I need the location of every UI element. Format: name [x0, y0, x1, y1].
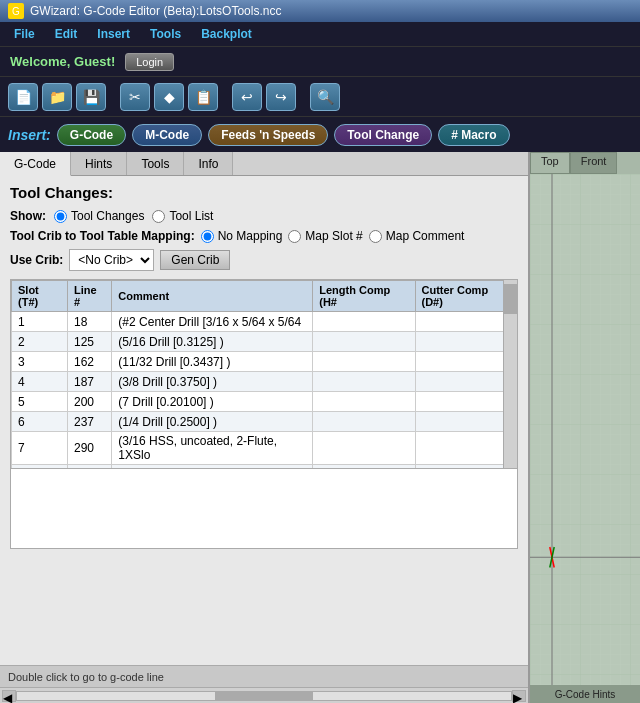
cell-comment: (1/2 Carbide, uncoated, 3-Flute, Alu: [112, 465, 313, 470]
content-area: Tool Changes: Show: Tool Changes Tool Li…: [0, 176, 528, 665]
cell-line: 187: [67, 372, 111, 392]
cell-cutter: [415, 372, 517, 392]
col-cutter: Cutter Comp (D#): [415, 281, 517, 312]
cell-length: [313, 465, 415, 470]
insert-gcode-button[interactable]: G-Code: [57, 124, 126, 146]
cut-button[interactable]: ✂: [120, 83, 150, 111]
show-tool-list-label: Tool List: [169, 209, 213, 223]
open-file-button[interactable]: 📁: [42, 83, 72, 111]
table-wrapper: Slot (T#) Line # Comment Length Comp (H#…: [10, 279, 518, 549]
col-length: Length Comp (H#: [313, 281, 415, 312]
paste-button[interactable]: 📋: [188, 83, 218, 111]
cell-length: [313, 332, 415, 352]
cell-slot: 3: [12, 352, 68, 372]
mapping-row: Tool Crib to Tool Table Mapping: No Mapp…: [10, 229, 518, 243]
cell-slot: 7: [12, 432, 68, 465]
cell-line: 349: [67, 465, 111, 470]
status-text: Double click to go to g-code line: [8, 671, 164, 683]
table-row[interactable]: 4 187 (3/8 Drill [0.3750] ): [12, 372, 517, 392]
cell-cutter: [415, 465, 517, 470]
scrollbar-thumb: [504, 284, 517, 314]
col-line: Line #: [67, 281, 111, 312]
grid-svg: [530, 174, 640, 685]
tab-info[interactable]: Info: [184, 152, 233, 175]
table-container[interactable]: Slot (T#) Line # Comment Length Comp (H#…: [10, 279, 518, 469]
show-tool-list-option[interactable]: Tool List: [152, 209, 213, 223]
table-row[interactable]: 5 200 (7 Drill [0.20100] ): [12, 392, 517, 412]
scroll-left-btn[interactable]: ◀: [2, 690, 16, 702]
menu-backplot[interactable]: Backplot: [191, 25, 262, 43]
menu-tools[interactable]: Tools: [140, 25, 191, 43]
app-icon: G: [8, 3, 24, 19]
tab-bar: G-Code Hints Tools Info: [0, 152, 528, 176]
login-button[interactable]: Login: [125, 53, 174, 71]
cell-line: 237: [67, 412, 111, 432]
map-slot-option[interactable]: Map Slot #: [288, 229, 362, 243]
right-panel: Top Front: [530, 152, 640, 703]
scroll-right-btn[interactable]: ▶: [512, 690, 526, 702]
main-area: G-Code Hints Tools Info Tool Changes: Sh…: [0, 152, 640, 703]
insert-macro-button[interactable]: # Macro: [438, 124, 509, 146]
insert-feeds-button[interactable]: Feeds 'n Speeds: [208, 124, 328, 146]
menu-edit[interactable]: Edit: [45, 25, 88, 43]
tab-hints[interactable]: Hints: [71, 152, 127, 175]
gen-crib-button[interactable]: Gen Crib: [160, 250, 230, 270]
right-bottom-label: G-Code Hints: [530, 685, 640, 703]
right-tab-front[interactable]: Front: [570, 152, 618, 174]
welcome-text: Welcome, Guest!: [10, 54, 115, 69]
cell-slot: 5: [12, 392, 68, 412]
map-comment-option[interactable]: Map Comment: [369, 229, 465, 243]
show-tool-changes-label: Tool Changes: [71, 209, 144, 223]
cell-length: [313, 372, 415, 392]
table-row[interactable]: 2 125 (5/16 Drill [0.3125] ): [12, 332, 517, 352]
cell-comment: (11/32 Drill [0.3437] ): [112, 352, 313, 372]
table-row[interactable]: 1 18 (#2 Center Drill [3/16 x 5/64 x 5/6…: [12, 312, 517, 332]
cell-slot: 6: [12, 412, 68, 432]
cell-line: 162: [67, 352, 111, 372]
search-button[interactable]: 🔍: [310, 83, 340, 111]
new-file-button[interactable]: 📄: [8, 83, 38, 111]
cell-comment: (1/4 Drill [0.2500] ): [112, 412, 313, 432]
col-comment: Comment: [112, 281, 313, 312]
right-tabs: Top Front: [530, 152, 640, 174]
copy-button[interactable]: ◆: [154, 83, 184, 111]
table-row[interactable]: 3 162 (11/32 Drill [0.3437] ): [12, 352, 517, 372]
table-row[interactable]: 6 237 (1/4 Drill [0.2500] ): [12, 412, 517, 432]
insert-toolchange-button[interactable]: Tool Change: [334, 124, 432, 146]
insert-mcode-button[interactable]: M-Code: [132, 124, 202, 146]
crib-select[interactable]: <No Crib>: [69, 249, 154, 271]
app-title: GWizard: G-Code Editor (Beta):LotsOTools…: [30, 4, 281, 18]
mapping-label: Tool Crib to Tool Table Mapping:: [10, 229, 195, 243]
empty-rows: [10, 469, 518, 549]
no-mapping-option[interactable]: No Mapping: [201, 229, 283, 243]
menu-insert[interactable]: Insert: [87, 25, 140, 43]
h-scrollbar[interactable]: ◀ ▶: [0, 687, 528, 703]
section-title: Tool Changes:: [10, 184, 518, 201]
redo-button[interactable]: ↪: [266, 83, 296, 111]
right-tab-top[interactable]: Top: [530, 152, 570, 174]
tab-tools[interactable]: Tools: [127, 152, 184, 175]
cell-comment: (3/8 Drill [0.3750] ): [112, 372, 313, 392]
cell-length: [313, 312, 415, 332]
cell-cutter: [415, 412, 517, 432]
tool-changes-table: Slot (T#) Line # Comment Length Comp (H#…: [11, 280, 517, 469]
menu-file[interactable]: File: [4, 25, 45, 43]
toolbar: 📄 📁 💾 ✂ ◆ 📋 ↩ ↪ 🔍: [0, 76, 640, 116]
left-panel: G-Code Hints Tools Info Tool Changes: Sh…: [0, 152, 530, 703]
insert-label: Insert:: [8, 127, 51, 143]
cell-comment: (5/16 Drill [0.3125] ): [112, 332, 313, 352]
h-scrollbar-track[interactable]: [16, 691, 512, 701]
cell-cutter: [415, 392, 517, 412]
table-row[interactable]: 7 290 (3/16 HSS, uncoated, 2-Flute, 1XSl…: [12, 432, 517, 465]
table-row[interactable]: 8 349 (1/2 Carbide, uncoated, 3-Flute, A…: [12, 465, 517, 470]
cell-slot: 2: [12, 332, 68, 352]
status-bar: Double click to go to g-code line: [0, 665, 528, 687]
tab-gcode[interactable]: G-Code: [0, 152, 71, 176]
show-tool-changes-option[interactable]: Tool Changes: [54, 209, 144, 223]
col-slot: Slot (T#): [12, 281, 68, 312]
save-file-button[interactable]: 💾: [76, 83, 106, 111]
h-scrollbar-thumb[interactable]: [215, 692, 314, 700]
undo-button[interactable]: ↩: [232, 83, 262, 111]
table-scrollbar[interactable]: [503, 280, 517, 468]
show-label: Show:: [10, 209, 46, 223]
